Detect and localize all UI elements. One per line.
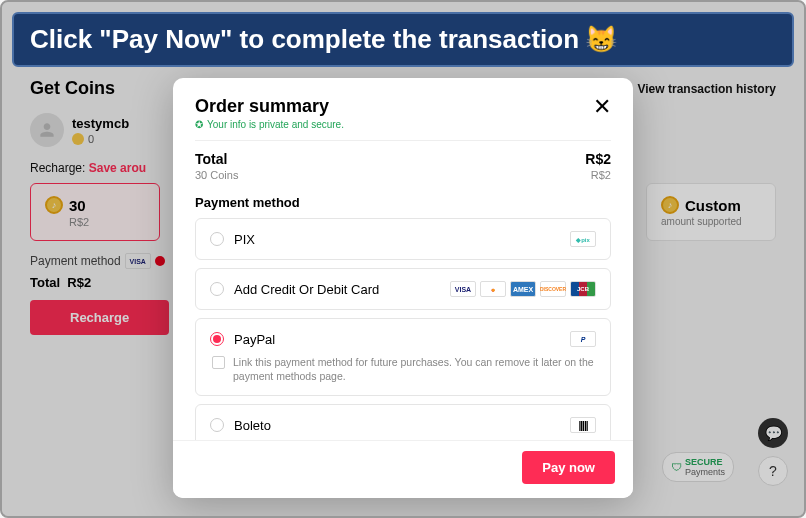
payment-option-boleto[interactable]: Boleto ||||| [195,404,611,440]
order-totals: Total 30 Coins R$2 R$2 [195,140,611,181]
radio-icon [210,232,224,246]
radio-icon [210,332,224,346]
link-payment-text: Link this payment method for future purc… [233,355,596,383]
payment-option-pix[interactable]: PIX ◆pix [195,218,611,260]
pay-now-button[interactable]: Pay now [522,451,615,484]
radio-icon [210,282,224,296]
amex-icon: AMEX [510,281,536,297]
close-button[interactable]: ✕ [593,96,611,118]
cat-emoji-icon: 😸 [585,24,617,55]
payment-method-title: Payment method [195,195,611,210]
instruction-text: Click "Pay Now" to complete the transact… [30,24,579,55]
payment-option-card[interactable]: Add Credit Or Debit Card VISA AMEX DISCO… [195,268,611,310]
coins-label: 30 Coins [195,169,238,181]
link-payment-row[interactable]: Link this payment method for future purc… [210,355,596,383]
visa-icon: VISA [450,281,476,297]
order-summary-modal: Order summary ✪ Your info is private and… [173,78,633,498]
radio-icon [210,418,224,432]
discover-icon: DISCOVER [540,281,566,297]
checkbox-icon[interactable] [212,356,225,369]
payment-option-paypal[interactable]: PayPal P Link this payment method for fu… [195,318,611,396]
sub-value: R$2 [585,169,611,181]
pix-icon: ◆pix [570,231,596,247]
total-label: Total [195,151,238,167]
mastercard-icon [480,281,506,297]
instruction-banner: Click "Pay Now" to complete the transact… [12,12,794,67]
boleto-icon: ||||| [570,417,596,433]
lock-icon: ✪ [195,119,203,130]
jcb-icon: JCB [570,281,596,297]
secure-note: ✪ Your info is private and secure. [195,119,344,130]
paypal-icon: P [570,331,596,347]
total-value: R$2 [585,151,611,167]
modal-title: Order summary [195,96,344,117]
